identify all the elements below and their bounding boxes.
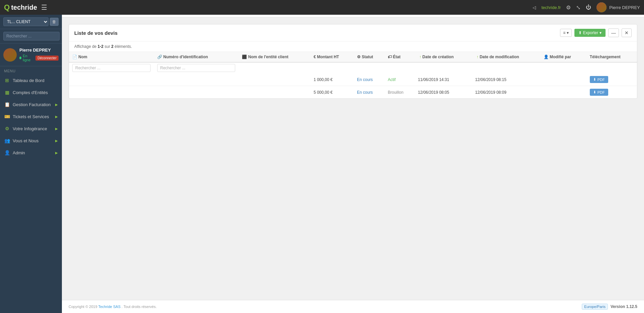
upload-icon: ⬆	[578, 30, 582, 35]
table-body: TECHRIDE - DEVIS DEV-2019-001 TECHRIDE S…	[69, 73, 637, 98]
list-card-actions: ≡ ▾ ⬆ Exporter ▾ — ✕	[560, 28, 632, 37]
settings-icon[interactable]: ⚙	[566, 4, 571, 11]
cell-pdf-1: ⬇ PDF	[586, 86, 637, 99]
sidebar-search-row: 🔍	[0, 29, 62, 44]
footer-company-link[interactable]: Techride SAS	[98, 305, 121, 309]
admin-arrow-icon: ▶	[55, 151, 58, 155]
accounts-icon: ▦	[4, 90, 10, 95]
sidebar-item-label-tableau-de-bord: Tableau de Bord	[13, 78, 44, 83]
sidebar-search-icon[interactable]: 🔍	[62, 34, 62, 39]
power-icon[interactable]: ⏻	[586, 4, 591, 10]
client-selector[interactable]: TL... CLIENT	[3, 17, 49, 26]
search-montant-cell	[310, 62, 354, 73]
sidebar: TL... CLIENT 🗑 🔍 Pierre DEPREY En ligne …	[0, 15, 62, 313]
profile-info: Pierre DEPREY En ligne Déconnecter	[19, 48, 59, 62]
user-avatar-topbar	[596, 2, 607, 12]
list-card-title: Liste de vos devis	[74, 30, 117, 36]
entity-icon: ⬛	[242, 55, 247, 59]
timezone-badge: Europe/Paris	[582, 304, 608, 310]
profile-avatar	[3, 48, 17, 62]
cell-montant-0: 1 000,00 €	[310, 73, 354, 86]
user-name-topbar: Pierre DEPREY	[609, 5, 640, 10]
sidebar-item-label-admin: Admin	[13, 150, 25, 155]
sidebar-item-gestion-facturation[interactable]: 📋 Gestion Facturation ▶	[0, 98, 62, 110]
sidebar-item-admin[interactable]: 👤 Admin ▶	[0, 147, 62, 159]
cell-entite-1: TECHRIDE	[239, 86, 310, 99]
sidebar-search-input[interactable]	[3, 32, 60, 41]
sidebar-item-tickets-services[interactable]: 🎫 Tickets et Services ▶	[0, 110, 62, 123]
profile-name: Pierre DEPREY	[19, 48, 59, 53]
search-telechargement-cell	[586, 62, 637, 73]
table-row: TECHRIDE - DEVIS DEV-2019-001 TECHRIDE S…	[69, 73, 637, 86]
col-telechargement: Téléchargement	[586, 52, 637, 62]
sidebar-item-label-vous-et-nous: Vous et Nous	[13, 138, 38, 143]
sidebar-selector-row: TL... CLIENT 🗑	[0, 15, 62, 29]
logo-text: techride	[11, 4, 37, 11]
download-icon-1: ⬇	[593, 90, 596, 94]
profile-status: En ligne Déconnecter	[19, 54, 59, 62]
list-info: Affichage de 1-2 sur 2 éléments.	[69, 42, 637, 52]
link-icon: 🔗	[157, 55, 162, 59]
list-card: Liste de vos devis ≡ ▾ ⬆ Exporter ▾ — ✕ …	[69, 24, 637, 99]
cell-date-creation-1: 12/06/2019 08:05	[415, 86, 472, 99]
hamburger-icon[interactable]: ☰	[41, 3, 47, 11]
sidebar-item-vous-et-nous[interactable]: 👥 Vous et Nous ▶	[0, 135, 62, 147]
cell-entite-0: TECHRIDE SAS	[239, 73, 310, 86]
topbar-link-icon: ◁	[533, 5, 536, 10]
cell-numero-0: DEV-2019-001	[154, 73, 239, 86]
pdf-button-0[interactable]: ⬇ PDF	[590, 76, 608, 83]
expand-icon[interactable]: ⤡	[576, 4, 580, 11]
site-link[interactable]: techride.fr	[541, 5, 561, 10]
col-numero: 🔗 Numéro d'identification	[154, 52, 239, 62]
minimize-button[interactable]: —	[608, 28, 619, 37]
topbar-right: ◁ techride.fr ⚙ ⤡ ⏻ Pierre DEPREY	[533, 2, 640, 12]
cell-etat-1: Brouillon	[384, 86, 415, 99]
pdf-button-1[interactable]: ⬇ PDF	[590, 89, 608, 96]
vous-arrow-icon: ▶	[55, 139, 58, 143]
search-modifie-par-cell	[540, 62, 586, 73]
sidebar-item-label-comptes-entites: Comptes d'Entités	[13, 90, 48, 95]
infog-arrow-icon: ▶	[55, 127, 58, 131]
cell-date-modification-1: 12/06/2019 08:09	[472, 86, 540, 99]
user-section[interactable]: Pierre DEPREY	[596, 2, 640, 12]
tickets-arrow-icon: ▶	[55, 115, 58, 119]
search-nom-input[interactable]	[72, 64, 151, 72]
sidebar-item-comptes-entites[interactable]: ▦ Comptes d'Entités	[0, 86, 62, 98]
sidebar-item-tableau-de-bord[interactable]: ⊞ Tableau de Bord	[0, 74, 62, 86]
user-avatar-img	[596, 2, 607, 12]
footer-right: Europe/Paris Version 1.12.5	[582, 304, 637, 310]
display-total: 2	[111, 44, 114, 49]
sidebar-trash-button[interactable]: 🗑	[50, 18, 59, 26]
search-numero-cell	[154, 62, 239, 73]
cell-montant-1: 5 000,00 €	[310, 86, 354, 99]
close-button[interactable]: ✕	[622, 28, 632, 37]
table-row: TECHRIDE - DEVIS 2 DEV-2019-002 TECHRIDE…	[69, 86, 637, 99]
cell-modifie-par-1	[540, 86, 586, 99]
sidebar-item-label-tickets-services: Tickets et Services	[13, 114, 49, 119]
col-montant: € Montant HT	[310, 52, 354, 62]
search-date-creation-cell	[415, 62, 472, 73]
export-button[interactable]: ⬆ Exporter ▾	[574, 29, 606, 37]
menu-label: Menu	[0, 66, 62, 74]
status-dot	[19, 57, 21, 59]
deconnect-button[interactable]: Déconnecter	[35, 56, 59, 61]
table-search-row	[69, 62, 637, 73]
search-numero-input[interactable]	[157, 64, 236, 72]
cell-nom-1: TECHRIDE - DEVIS 2	[69, 86, 154, 99]
euro-icon: €	[313, 55, 316, 59]
col-date-modification: ↑ Date de modification	[472, 52, 540, 62]
list-view-button[interactable]: ≡ ▾	[560, 29, 571, 37]
topbar: Q techride ☰ ◁ techride.fr ⚙ ⤡ ⏻ Pierre …	[0, 0, 644, 15]
col-date-creation: ↑ Date de création	[415, 52, 472, 62]
col-nom: 📄 Nom	[69, 52, 154, 62]
dashboard-icon: ⊞	[4, 78, 10, 83]
sidebar-item-label-gestion-facturation: Gestion Facturation	[13, 102, 51, 107]
sidebar-item-label-votre-infogerance: Votre Infogérance	[13, 126, 47, 131]
list-card-header: Liste de vos devis ≡ ▾ ⬆ Exporter ▾ — ✕	[69, 24, 637, 42]
billing-arrow-icon: ▶	[55, 103, 58, 106]
sidebar-item-votre-infogerance[interactable]: ⚙ Votre Infogérance ▶	[0, 123, 62, 135]
search-nom-cell	[69, 62, 154, 73]
tag-icon: 🏷	[388, 55, 392, 59]
footer-copyright: Copyright © 2019 Techride SAS . Tout dro…	[69, 305, 157, 309]
col-modifie-par: 👤 Modifié par	[540, 52, 586, 62]
